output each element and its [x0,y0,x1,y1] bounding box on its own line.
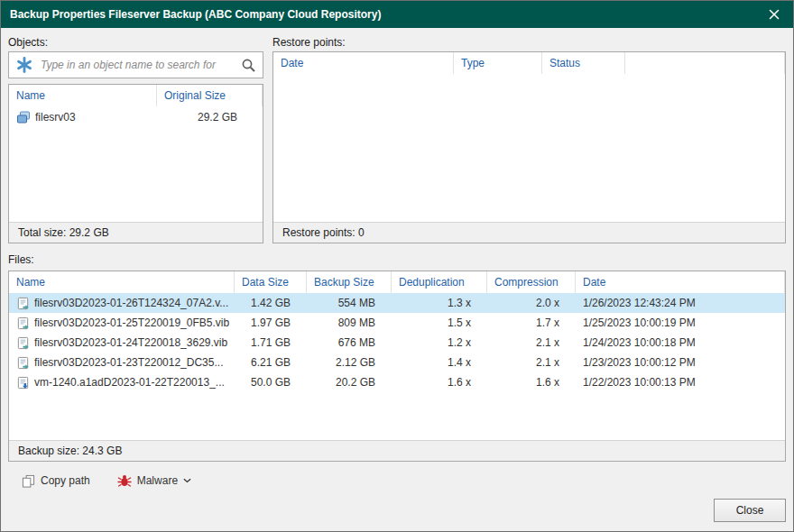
dialog-title: Backup Properties Fileserver Backup (ABC… [10,8,764,21]
file-row[interactable]: filesrv03D2023-01-25T220019_0FB5.vib 1.9… [9,313,785,333]
search-icon[interactable] [241,58,256,73]
veeam-star-icon [15,56,33,74]
file-deduplication: 1.6 x [392,372,487,392]
files-table-header: Name Data Size Backup Size Deduplication… [9,271,785,293]
file-backup-size: 676 MB [307,333,392,353]
backup-properties-dialog: Backup Properties Fileserver Backup (ABC… [0,0,794,532]
objects-section: Objects: Name Original Size [8,35,263,243]
copy-path-button[interactable]: Copy path [17,472,95,491]
incremental-backup-file-icon [16,297,30,310]
files-table-body: filesrv03D2023-01-26T124324_07A2.v... 1.… [9,293,785,440]
file-deduplication: 1.5 x [392,313,487,333]
file-backup-size: 20.2 GB [307,372,392,392]
file-date: 1/26/2023 12:43:24 PM [576,297,785,309]
objects-table-body: filesrv03 29.2 GB [9,106,263,222]
file-compression: 2.0 x [487,293,576,313]
files-col-compression[interactable]: Compression [487,271,576,293]
file-deduplication: 1.3 x [392,293,487,313]
file-compression: 1.6 x [487,372,576,392]
restore-points-label: Restore points: [272,35,786,51]
file-data-size: 50.0 GB [235,372,307,392]
object-row-filesrv03[interactable]: filesrv03 29.2 GB [9,106,263,128]
restore-col-date[interactable]: Date [273,52,454,74]
file-name: filesrv03D2023-01-26T124324_07A2.v... [34,297,228,309]
file-data-size: 6.21 GB [235,353,307,372]
close-icon[interactable] [764,5,784,24]
file-name: filesrv03D2023-01-25T220019_0FB5.vib [34,316,229,329]
file-name: vm-1240.a1adD2023-01-22T220013_... [34,376,225,389]
files-col-backup-size[interactable]: Backup Size [307,271,392,293]
malware-label: Malware [137,474,178,487]
close-button[interactable]: Close [714,499,786,522]
full-backup-file-icon [16,376,30,390]
file-data-size: 1.42 GB [235,293,307,313]
objects-table-header: Name Original Size [9,85,263,106]
files-col-data-size[interactable]: Data Size [235,271,307,293]
restore-points-count: Restore points: 0 [273,222,785,243]
file-name: filesrv03D2023-01-23T220012_DC35... [34,356,223,369]
object-name: filesrv03 [35,111,76,124]
vm-icon [16,110,31,124]
files-toolbar: Copy path Malware [8,469,786,492]
files-backup-size: Backup size: 24.3 GB [9,440,785,461]
file-date: 1/22/2023 10:00:13 PM [576,376,785,389]
objects-total-size: Total size: 29.2 GB [9,222,263,243]
file-backup-size: 2.12 GB [307,353,392,372]
file-date: 1/24/2023 10:00:18 PM [576,336,785,349]
copy-icon [22,474,35,488]
restore-points-table: Date Type Status Restore points: 0 [272,51,786,243]
malware-dropdown-button[interactable]: Malware [113,471,196,491]
restore-col-type[interactable]: Type [454,52,542,74]
file-data-size: 1.97 GB [235,313,307,333]
file-row[interactable]: filesrv03D2023-01-23T220012_DC35... 6.21… [9,353,785,372]
files-table: Name Data Size Backup Size Deduplication… [8,271,786,462]
objects-table: Name Original Size filesrv03 29.2 GB [8,84,263,243]
file-name: filesrv03D2023-01-24T220018_3629.vib [34,336,227,349]
object-search-box [8,51,263,78]
file-deduplication: 1.2 x [392,333,487,353]
files-col-date[interactable]: Date [576,271,785,293]
titlebar: Backup Properties Fileserver Backup (ABC… [1,1,793,28]
bottom-button-row: Close [8,499,786,522]
file-compression: 1.7 x [487,313,576,333]
restore-col-filler [625,52,785,74]
chevron-down-icon [183,478,191,483]
dialog-content: Objects: Name Original Size [1,28,793,531]
incremental-backup-file-icon [16,316,30,330]
incremental-backup-file-icon [16,356,30,370]
file-compression: 2.1 x [487,333,576,353]
malware-icon [117,473,132,488]
file-compression: 2.1 x [487,353,576,372]
files-label: Files: [8,252,786,267]
file-backup-size: 809 MB [307,313,392,333]
objects-col-original-size[interactable]: Original Size [157,85,263,106]
files-col-name[interactable]: Name [9,271,235,293]
top-section: Objects: Name Original Size [8,35,786,243]
restore-points-table-body [273,74,785,222]
file-backup-size: 554 MB [307,293,392,313]
file-row[interactable]: vm-1240.a1adD2023-01-22T220013_... 50.0 … [9,372,785,392]
incremental-backup-file-icon [16,336,30,350]
file-data-size: 1.71 GB [235,333,307,353]
file-row[interactable]: filesrv03D2023-01-24T220018_3629.vib 1.7… [9,333,785,353]
file-row[interactable]: filesrv03D2023-01-26T124324_07A2.v... 1.… [9,293,785,313]
object-original-size: 29.2 GB [157,106,263,128]
objects-label: Objects: [8,35,263,51]
copy-path-label: Copy path [41,474,90,487]
restore-points-section: Restore points: Date Type Status Restore… [272,35,786,243]
file-deduplication: 1.4 x [392,353,487,372]
object-search-input[interactable] [39,58,235,72]
restore-points-table-header: Date Type Status [273,52,785,74]
file-date: 1/23/2023 10:00:12 PM [576,356,785,369]
file-date: 1/25/2023 10:00:19 PM [576,316,785,329]
restore-col-status[interactable]: Status [542,52,625,74]
objects-col-name[interactable]: Name [9,85,157,106]
files-col-deduplication[interactable]: Deduplication [392,271,487,293]
